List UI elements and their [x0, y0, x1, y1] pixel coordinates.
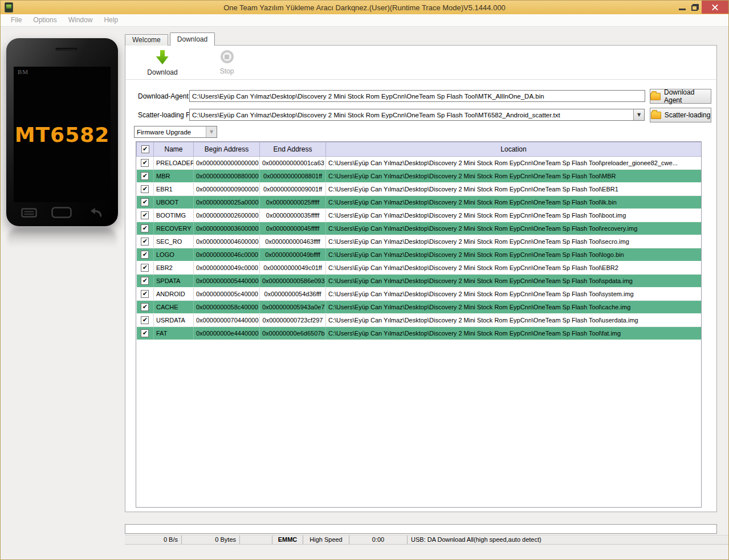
scatter-dropdown-icon[interactable]: ▼ — [633, 109, 644, 120]
cell-begin-address: 0x00000000046c0000 — [194, 248, 260, 261]
cell-location: C:\Users\Eyüp Can Yılmaz\Desktop\Discove… — [326, 196, 702, 209]
cell-begin-address: 0x0000000000900000 — [194, 183, 260, 196]
row-checkbox[interactable] — [141, 329, 149, 337]
row-checkbox[interactable] — [141, 264, 149, 272]
row-checkbox[interactable] — [141, 198, 149, 206]
restore-icon — [691, 4, 699, 11]
cell-begin-address: 0x00000000e4440000 — [194, 327, 260, 340]
cell-partition-name: EBR2 — [154, 261, 194, 275]
partition-row[interactable]: USRDATA 0x0000000070440000 0x00000000723… — [137, 314, 702, 327]
download-agent-button[interactable]: Download Agent — [650, 89, 711, 104]
cell-end-address: 0x000000005943a0e7 — [260, 301, 326, 314]
partition-row[interactable]: FAT 0x00000000e4440000 0x00000000e6d6507… — [137, 327, 702, 340]
row-check-cell — [137, 170, 154, 183]
partition-row[interactable]: EBR2 0x00000000049c0000 0x00000000049c01… — [137, 261, 702, 275]
status-empty — [240, 536, 272, 544]
row-check-cell — [137, 301, 154, 314]
row-checkbox[interactable] — [141, 224, 149, 232]
minimize-button[interactable] — [675, 1, 689, 14]
menu-file[interactable]: File — [5, 14, 27, 26]
window-title: One Team Yazılım Yükleme Aracı Darkqnez.… — [1, 3, 728, 12]
cell-begin-address: 0x0000000000000000 — [194, 157, 260, 170]
row-checkbox[interactable] — [141, 277, 149, 285]
row-check-cell — [137, 314, 154, 327]
mode-combobox[interactable]: Firmware Upgrade ▼ — [134, 126, 217, 138]
partition-row[interactable]: MBR 0x0000000000880000 0x00000000008801f… — [137, 170, 702, 183]
cell-location: C:\Users\Eyüp Can Yılmaz\Desktop\Discove… — [326, 314, 702, 327]
partition-row[interactable]: BOOTIMG 0x0000000002600000 0x00000000035… — [137, 209, 702, 222]
download-agent-button-label: Download Agent — [664, 88, 711, 104]
toolbar-separator — [126, 79, 716, 80]
row-checkbox[interactable] — [141, 303, 149, 311]
download-arrow-icon — [156, 50, 169, 64]
scatter-file-combobox[interactable]: C:\Users\Eyüp Can Yılmaz\Desktop\Discove… — [189, 109, 645, 121]
row-checkbox[interactable] — [141, 159, 149, 167]
phone-softkeys — [6, 207, 118, 218]
stop-button[interactable]: Stop — [204, 50, 250, 75]
minimize-icon — [679, 9, 686, 10]
row-checkbox[interactable] — [141, 211, 149, 219]
menu-help[interactable]: Help — [98, 14, 124, 26]
cell-partition-name: USRDATA — [154, 314, 194, 327]
menu-window[interactable]: Window — [63, 14, 99, 26]
cell-end-address: 0x00000000025fffff — [260, 196, 326, 209]
cell-partition-name: ANDROID — [154, 288, 194, 301]
status-speed: 0 B/s — [125, 536, 182, 544]
phone-back-icon — [86, 207, 103, 218]
partition-row[interactable]: PRELOADER 0x0000000000000000 0x000000000… — [137, 157, 702, 170]
cell-partition-name: SEC_RO — [154, 235, 194, 248]
row-checkbox[interactable] — [141, 172, 149, 180]
tab-welcome[interactable]: Welcome — [125, 34, 168, 46]
cell-partition-name: UBOOT — [154, 196, 194, 209]
cell-end-address: 0x00000000049bffff — [260, 248, 326, 261]
close-button[interactable] — [702, 1, 728, 14]
stop-button-label: Stop — [204, 67, 250, 75]
row-check-cell — [137, 209, 154, 222]
partition-table: Name Begin Address End Address Location … — [136, 142, 702, 340]
menu-options[interactable]: Options — [27, 14, 62, 26]
scatter-file-value: C:\Users\Eyüp Can Yılmaz\Desktop\Discove… — [190, 112, 633, 118]
download-button-label: Download — [140, 68, 185, 76]
cell-location: C:\Users\Eyüp Can Yılmaz\Desktop\Discove… — [326, 261, 702, 275]
status-usb-mode: USB: DA Download All(high speed,auto det… — [408, 536, 728, 544]
row-checkbox[interactable] — [141, 238, 149, 246]
row-checkbox[interactable] — [141, 316, 149, 324]
partition-row[interactable]: EBR1 0x0000000000900000 0x00000000009001… — [137, 183, 702, 196]
partition-row[interactable]: RECOVERY 0x0000000003600000 0x0000000004… — [137, 222, 702, 235]
close-icon — [712, 4, 718, 10]
partition-row[interactable]: LOGO 0x00000000046c0000 0x00000000049bff… — [137, 248, 702, 261]
cell-end-address: 0x000000000586e093 — [260, 275, 326, 288]
scatter-loading-button-label: Scatter-loading — [665, 111, 711, 119]
cell-location: C:\Users\Eyüp Can Yılmaz\Desktop\Discove… — [326, 170, 702, 183]
status-bytes: 0 Bytes — [182, 536, 240, 544]
row-checkbox[interactable] — [141, 251, 149, 259]
partition-row[interactable]: SEC_RO 0x0000000004600000 0x000000000463… — [137, 235, 702, 248]
row-check-cell — [137, 288, 154, 301]
cell-end-address: 0x00000000049c01ff — [260, 261, 326, 275]
mode-dropdown-icon[interactable]: ▼ — [206, 126, 217, 137]
cell-partition-name: BOOTIMG — [154, 209, 194, 222]
partition-row[interactable]: UBOOT 0x00000000025a0000 0x00000000025ff… — [137, 196, 702, 209]
cell-partition-name: SPDATA — [154, 275, 194, 288]
cell-partition-name: MBR — [154, 170, 194, 183]
download-button[interactable]: Download — [140, 50, 185, 76]
cell-location: C:\Users\Eyüp Can Yılmaz\Desktop\Discove… — [326, 222, 702, 235]
partition-row[interactable]: SPDATA 0x0000000005440000 0x000000000586… — [137, 275, 702, 288]
title-bar[interactable]: One Team Yazılım Yükleme Aracı Darkqnez.… — [1, 1, 728, 14]
tab-download[interactable]: Download — [170, 32, 215, 46]
row-checkbox[interactable] — [141, 290, 149, 298]
partition-table-body: PRELOADER 0x0000000000000000 0x000000000… — [137, 157, 702, 340]
scatter-loading-button[interactable]: Scatter-loading — [650, 108, 711, 122]
partition-row[interactable]: ANDROID 0x0000000005c40000 0x0000000054d… — [137, 288, 702, 301]
cell-end-address: 0x0000000054d36fff — [260, 288, 326, 301]
download-agent-input[interactable] — [189, 90, 645, 102]
cell-location: C:\Users\Eyüp Can Yılmaz\Desktop\Discove… — [326, 183, 702, 196]
cell-begin-address: 0x0000000058c40000 — [194, 301, 260, 314]
header-begin-address: Begin Address — [194, 142, 260, 157]
cell-begin-address: 0x0000000003600000 — [194, 222, 260, 235]
partition-row[interactable]: CACHE 0x0000000058c40000 0x000000005943a… — [137, 301, 702, 314]
row-check-cell — [137, 157, 154, 170]
row-checkbox[interactable] — [141, 185, 149, 193]
restore-button[interactable] — [689, 1, 702, 14]
select-all-checkbox[interactable] — [141, 145, 149, 153]
